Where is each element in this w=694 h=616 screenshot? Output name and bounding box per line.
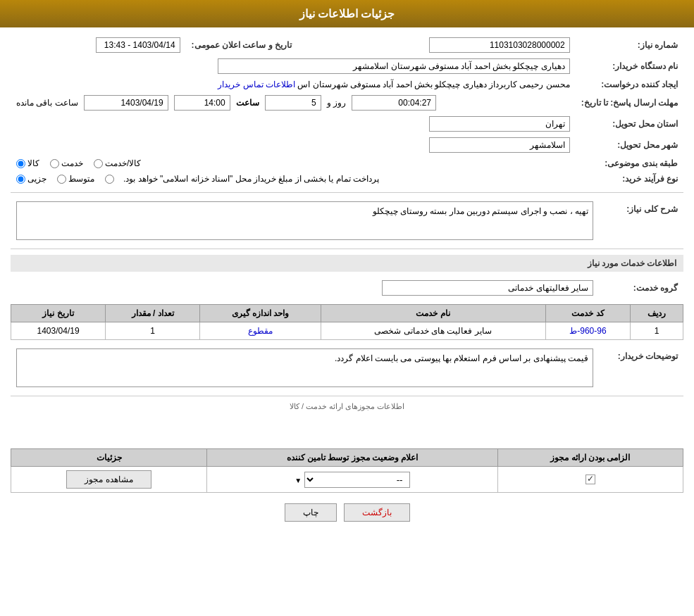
permission-table: الزامی بودن ارائه مجوز اعلام وضعیت مجوز …	[11, 448, 683, 493]
ijad-text: محسن رحیمی کاربرداز دهیاری چیچکلو بخش اح…	[297, 80, 569, 89]
ostan-value: تهران	[11, 113, 576, 134]
noe-description: پرداخت تمام یا بخشی از مبلغ خریداز محل "…	[123, 174, 379, 184]
nam-dastgah-input: دهیاری چیچکلو بخش احمد آباد مستوفی شهرست…	[218, 58, 570, 74]
th-radif: ردیف	[631, 305, 683, 322]
radio-motevaset[interactable]: متوسط	[57, 174, 94, 184]
perm-dropdown-icon: ▼	[295, 477, 302, 484]
goroh-label: گروه خدمت:	[599, 277, 683, 298]
spacer-1	[11, 415, 683, 443]
radio-motevaset-label: متوسط	[68, 174, 94, 184]
page-title: جزئیات اطلاعات نیاز	[299, 8, 395, 20]
page-wrapper: جزئیات اطلاعات نیاز شماره نیاز: 11031030…	[0, 0, 694, 616]
divider-2	[11, 249, 683, 249]
cell-tedad: 1	[106, 322, 200, 340]
radio-empty-input[interactable]	[105, 175, 114, 184]
basic-info-table: شماره نیاز: 1103103028000002 تاریخ و ساع…	[11, 34, 683, 187]
radio-kala-khidmat-input[interactable]	[94, 159, 103, 168]
mohlat-remaining: 00:04:27	[352, 95, 436, 111]
mojavez-title: اطلاعات مجوزهای ارائه خدمت / کالا	[11, 402, 683, 411]
shomara-label: شماره نیاز:	[576, 34, 683, 56]
mohlat-remaining-suffix: ساعت باقی مانده	[16, 98, 78, 108]
perm-elzami	[497, 467, 683, 493]
towzih-value: قیمت پیشنهادی بر اساس فرم استعلام بها پی…	[11, 346, 599, 390]
radio-motevaset-input[interactable]	[57, 175, 66, 184]
mohlat-time-label: ساعت	[236, 98, 259, 108]
shomara-value: 1103103028000002	[297, 34, 576, 56]
nam-dastgah-label: نام دستگاه خریدار:	[576, 56, 683, 77]
tarikh-label: تاریخ و ساعت اعلان عمومی:	[186, 34, 297, 56]
divider-3	[11, 396, 683, 396]
cell-radif: 1	[631, 322, 683, 340]
mohlat-label: مهلت ارسال پاسخ: تا تاریخ:	[576, 92, 683, 113]
th-vahed: واحد اندازه گیری	[200, 305, 321, 322]
mohlat-date: 1403/04/19	[84, 95, 168, 111]
ijad-value: محسن رحیمی کاربرداز دهیاری چیچکلو بخش اح…	[11, 77, 576, 92]
main-content: شماره نیاز: 1103103028000002 تاریخ و ساع…	[0, 27, 694, 539]
radio-kala-khidmat-label: کالا/خدمت	[105, 158, 141, 168]
towzih-table: توضیحات خریدار: قیمت پیشنهادی بر اساس فر…	[11, 346, 683, 390]
print-button[interactable]: چاپ	[285, 503, 337, 522]
mojavez-title-text: اطلاعات مجوزهای ارائه خدمت / کالا	[290, 402, 404, 410]
towzih-text: قیمت پیشنهادی بر اساس فرم استعلام بها پی…	[335, 353, 588, 363]
radio-jozi-input[interactable]	[16, 175, 25, 184]
perm-ejad: -- ▼	[207, 467, 498, 493]
towzih-label: توضیحات خریدار:	[599, 346, 683, 390]
cell-naam: سایر فعالیت های خدماتی شخصی	[321, 322, 545, 340]
page-header: جزئیات اطلاعات نیاز	[0, 0, 694, 27]
table-row: 1 960-96-ط سایر فعالیت های خدماتی شخصی م…	[11, 322, 683, 340]
th-kod: کد خدمت	[545, 305, 631, 322]
radio-kala[interactable]: کالا	[16, 158, 39, 168]
radio-kala-khidmat[interactable]: کالا/خدمت	[94, 158, 141, 168]
ostan-input: تهران	[429, 116, 570, 132]
perm-select[interactable]: --	[304, 472, 410, 488]
shahr-label: شهر محل تحویل:	[576, 134, 683, 156]
radio-khidmat-input[interactable]	[50, 159, 59, 168]
ijad-link[interactable]: اطلاعات تماس خریدار	[218, 80, 295, 89]
th-tedad: تعداد / مقدار	[106, 305, 200, 322]
permission-row: -- ▼ مشاهده مجوز	[11, 467, 683, 493]
ostan-label: استان محل تحویل:	[576, 113, 683, 134]
noe-label: نوع فرآیند خرید:	[576, 171, 683, 187]
tabagheh-label: طبقه بندی موضوعی:	[576, 156, 683, 171]
khadamat-title: اطلاعات خدمات مورد نیاز	[588, 258, 676, 268]
radio-kala-input[interactable]	[16, 159, 25, 168]
tarikh-value: 1403/04/14 - 13:43	[11, 34, 186, 56]
tabagheh-value: کالا/خدمت خدمت کالا	[11, 156, 576, 171]
sharh-text: تهیه ، نصب و اجرای سیستم دوربین مدار بست…	[373, 206, 588, 216]
ijad-label: ایجاد کننده درخواست:	[576, 77, 683, 92]
noe-value: پرداخت تمام یا بخشی از مبلغ خریداز محل "…	[11, 171, 576, 187]
back-button[interactable]: بازگشت	[344, 503, 410, 522]
shahr-value: اسلامشهر	[11, 134, 576, 156]
cell-kod: 960-96-ط	[545, 322, 631, 340]
perm-th-ejad: اعلام وضعیت مجوز توسط تامین کننده	[207, 449, 498, 467]
mohlat-time: 14:00	[174, 95, 230, 111]
sharh-label: شرح کلی نیاز:	[599, 199, 683, 243]
radio-khidmat[interactable]: خدمت	[50, 158, 83, 168]
tarikh-input: 1403/04/14 - 13:43	[96, 37, 180, 53]
perm-th-joziat: جزئیات	[11, 449, 207, 467]
goroh-input: سایر فعالیتهای خدماتی	[382, 280, 593, 296]
bottom-buttons: بازگشت چاپ	[11, 503, 683, 522]
sharh-table: شرح کلی نیاز: تهیه ، نصب و اجرای سیستم د…	[11, 199, 683, 243]
radio-kala-label: کالا	[27, 158, 39, 168]
radio-empty[interactable]	[105, 175, 116, 184]
view-permission-button[interactable]: مشاهده مجوز	[66, 470, 151, 489]
goroh-value: سایر فعالیتهای خدماتی	[11, 277, 599, 298]
divider-1	[11, 192, 683, 193]
th-tarikh: تاریخ نیاز	[11, 305, 106, 322]
th-naam: نام خدمت	[321, 305, 545, 322]
shahr-input: اسلامشهر	[429, 137, 570, 153]
services-table: ردیف کد خدمت نام خدمت واحد اندازه گیری ت…	[11, 304, 683, 340]
mohlat-value: 00:04:27 روز و 5 ساعت 14:00 1403/04/19 س…	[11, 92, 576, 113]
perm-checkbox[interactable]	[585, 474, 595, 484]
radio-jozi[interactable]: جزیی	[16, 174, 47, 184]
mohlat-days: 5	[265, 95, 321, 111]
radio-jozi-label: جزیی	[27, 174, 47, 184]
khadamat-header: اطلاعات خدمات مورد نیاز	[11, 255, 683, 272]
sharh-value: تهیه ، نصب و اجرای سیستم دوربین مدار بست…	[11, 199, 599, 243]
radio-khidmat-label: خدمت	[61, 158, 83, 168]
cell-vahed: مقطوع	[200, 322, 321, 340]
mohlat-days-label: روز و	[327, 98, 346, 108]
perm-joziat: مشاهده مجوز	[11, 467, 207, 493]
cell-tarikh: 1403/04/19	[11, 322, 106, 340]
